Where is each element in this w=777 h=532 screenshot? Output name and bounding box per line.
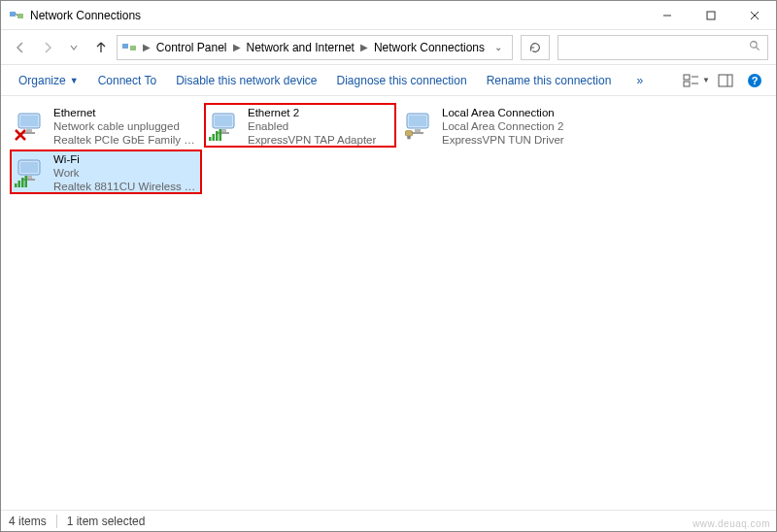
connection-adapter: Realtek 8811CU Wireless LAN 802... [53,180,199,193]
svg-point-9 [751,41,758,48]
svg-rect-4 [707,12,715,19]
recent-locations-button[interactable] [62,36,85,59]
location-icon [121,40,137,55]
svg-rect-0 [10,12,16,17]
svg-rect-8 [130,46,136,50]
app-icon [9,8,24,23]
status-bar: 4 items 1 item selected [1,510,776,531]
connection-status: Enabled [248,119,376,133]
connections-list: EthernetNetwork cable unpluggedRealtek P… [1,98,776,510]
status-selected-count: 1 item selected [67,515,146,528]
connection-adapter: Realtek PCIe GbE Family Controller [53,133,199,147]
svg-rect-7 [122,44,128,49]
back-button[interactable] [9,36,32,59]
connection-item[interactable]: Ethernet 2EnabledExpressVPN TAP Adapter [205,104,395,147]
view-options-button[interactable]: ▼ [683,67,710,94]
connection-status: Work [53,166,199,180]
svg-rect-12 [684,82,690,86]
connection-name: Ethernet 2 [248,106,376,119]
address-bar: ▶ Control Panel ▶ Network and Internet ▶… [1,30,776,65]
connection-status: Network cable unplugged [53,119,199,133]
maximize-button[interactable] [689,1,732,29]
connection-item[interactable]: EthernetNetwork cable unpluggedRealtek P… [11,104,201,147]
search-icon [749,40,761,55]
command-bar: Organize ▼ Connect To Disable this netwo… [1,65,776,96]
connection-status: Local Area Connection 2 [442,119,564,133]
svg-rect-11 [684,75,690,80]
window-controls [645,1,776,29]
breadcrumb-segment[interactable]: Control Panel [152,41,231,54]
search-input[interactable] [557,35,768,60]
connection-item[interactable]: Local Area ConnectionLocal Area Connecti… [399,104,590,147]
organize-button[interactable]: Organize ▼ [9,65,88,95]
connection-adapter: ExpressVPN TUN Driver [442,133,564,147]
disable-device-button[interactable]: Disable this network device [166,65,326,95]
breadcrumb-dropdown-button[interactable]: ⌄ [489,42,508,52]
close-button[interactable] [732,1,776,29]
connection-name: Local Area Connection [442,106,564,119]
svg-rect-1 [17,14,23,18]
more-commands-button[interactable]: » [626,65,653,95]
connection-item[interactable]: Wi-FiWorkRealtek 8811CU Wireless LAN 802… [11,150,201,193]
help-button[interactable]: ? [741,67,768,94]
rename-button[interactable]: Rename this connection [477,65,622,95]
window-title: Network Connections [30,9,645,22]
up-button[interactable] [89,36,113,59]
forward-button[interactable] [36,36,59,59]
watermark: www.deuaq.com [693,518,770,529]
preview-pane-button[interactable] [712,67,739,94]
svg-line-2 [16,14,17,16]
ethernet-enabled-icon [209,108,242,141]
svg-text:?: ? [752,75,759,86]
ethernet-plain-icon [403,108,436,141]
diagnose-button[interactable]: Diagnose this connection [327,65,477,95]
chevron-down-icon: ▼ [70,76,79,85]
wifi-icon [15,154,48,187]
chevron-right-icon: ▶ [141,42,152,52]
minimize-button[interactable] [645,1,689,29]
ethernet-disconnected-icon [15,108,48,141]
breadcrumb-segment[interactable]: Network and Internet [243,41,358,54]
connection-name: Ethernet [53,106,199,119]
chevron-right-icon: ▶ [358,42,370,52]
status-item-count: 4 items [9,515,47,528]
svg-line-10 [756,47,759,50]
breadcrumb[interactable]: ▶ Control Panel ▶ Network and Internet ▶… [117,35,513,60]
breadcrumb-segment[interactable]: Network Connections [370,41,489,54]
chevron-right-icon: ▶ [231,42,243,52]
connect-to-button[interactable]: Connect To [88,65,167,95]
connection-adapter: ExpressVPN TAP Adapter [248,133,376,147]
connection-name: Wi-Fi [53,152,199,166]
refresh-button[interactable] [521,35,550,60]
titlebar: Network Connections [1,1,776,30]
svg-rect-15 [719,75,732,86]
